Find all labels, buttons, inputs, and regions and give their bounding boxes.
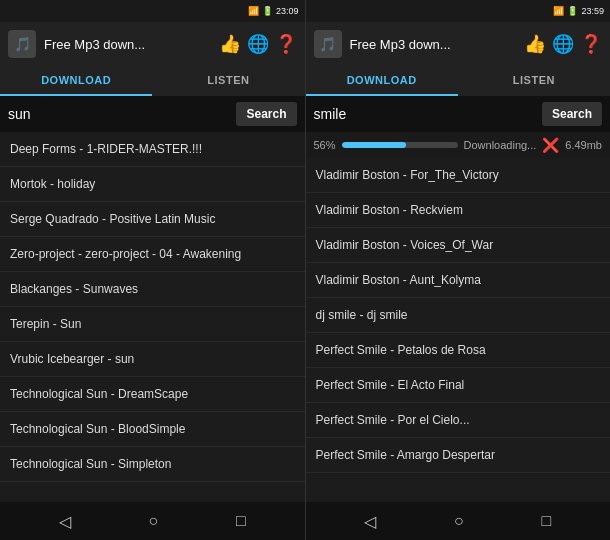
panels-row: 🎵 Free Mp3 down... 👍 🌐 ❓ DOWNLOAD LISTEN… — [0, 22, 610, 502]
cancel-download-button[interactable]: ❌ — [542, 137, 559, 153]
home-button-left[interactable]: ○ — [139, 508, 169, 534]
home-button-right[interactable]: ○ — [444, 508, 474, 534]
panel-right: 🎵 Free Mp3 down... 👍 🌐 ❓ DOWNLOAD LISTEN… — [306, 22, 611, 502]
progress-bar-fill — [342, 142, 407, 148]
list-item[interactable]: Terepin - Sun — [0, 307, 305, 342]
battery-icon-left: 🔋 — [262, 6, 273, 16]
list-item[interactable]: Perfect Smile - Petalos de Rosa — [306, 333, 611, 368]
status-icons-right: 📶 🔋 23:59 — [553, 6, 604, 16]
time-left: 23:09 — [276, 6, 299, 16]
list-item[interactable]: Vladimir Boston - Reckviem — [306, 193, 611, 228]
tab-download-right[interactable]: DOWNLOAD — [306, 66, 458, 96]
music-note-icon-right: 🎵 — [319, 36, 336, 52]
tab-listen-right[interactable]: LISTEN — [458, 66, 610, 96]
back-button-left[interactable]: ◁ — [49, 508, 81, 535]
nav-bar-row: ◁ ○ □ ◁ ○ □ — [0, 502, 610, 540]
signal-icon-left: 📶 — [248, 6, 259, 16]
tab-listen-left[interactable]: LISTEN — [152, 66, 304, 96]
search-bar-left: Search — [0, 96, 305, 132]
header-icons-right: 👍 🌐 ❓ — [524, 33, 602, 55]
progress-percent: 56% — [314, 139, 336, 151]
song-list-right: Vladimir Boston - For_The_Victory Vladim… — [306, 158, 611, 502]
thumbs-up-icon-left[interactable]: 👍 — [219, 33, 241, 55]
app-header-left: 🎵 Free Mp3 down... 👍 🌐 ❓ — [0, 22, 305, 66]
status-bar-left: 📶 🔋 23:09 — [0, 0, 306, 22]
music-note-icon-left: 🎵 — [14, 36, 31, 52]
tabs-left: DOWNLOAD LISTEN — [0, 66, 305, 96]
list-item[interactable]: Serge Quadrado - Positive Latin Music — [0, 202, 305, 237]
search-input-left[interactable] — [8, 106, 230, 122]
list-item[interactable]: Technological Sun - BloodSimple — [0, 412, 305, 447]
filesize-text: 6.49mb — [565, 139, 602, 151]
back-button-right[interactable]: ◁ — [354, 508, 386, 535]
tabs-right: DOWNLOAD LISTEN — [306, 66, 611, 96]
search-input-right[interactable] — [314, 106, 536, 122]
list-item[interactable]: Vladimir Boston - Voices_Of_War — [306, 228, 611, 263]
list-item[interactable]: Zero-project - zero-project - 04 - Awake… — [0, 237, 305, 272]
list-item[interactable]: Vladimir Boston - Aunt_Kolyma — [306, 263, 611, 298]
list-item[interactable]: Technological Sun - DreamScape — [0, 377, 305, 412]
app-icon-left: 🎵 — [8, 30, 36, 58]
nav-bar-left: ◁ ○ □ — [0, 502, 306, 540]
list-item[interactable]: Vladimir Boston - For_The_Victory — [306, 158, 611, 193]
status-bar-row: 📶 🔋 23:09 📶 🔋 23:59 — [0, 0, 610, 22]
nav-bar-right: ◁ ○ □ — [306, 502, 611, 540]
search-bar-right: Search — [306, 96, 611, 132]
list-item[interactable]: dj smile - dj smile — [306, 298, 611, 333]
status-icons-left: 📶 🔋 23:09 — [248, 6, 299, 16]
app-title-left: Free Mp3 down... — [44, 37, 211, 52]
list-item[interactable]: Vrubic Icebearger - sun — [0, 342, 305, 377]
signal-icon-right: 📶 — [553, 6, 564, 16]
globe-icon-right[interactable]: 🌐 — [552, 33, 574, 55]
app-icon-right: 🎵 — [314, 30, 342, 58]
menu-button-right[interactable]: □ — [531, 508, 561, 534]
list-item[interactable]: Technological Sun - Simpleton — [0, 447, 305, 482]
help-icon-left[interactable]: ❓ — [275, 33, 297, 55]
header-icons-left: 👍 🌐 ❓ — [219, 33, 297, 55]
list-item[interactable]: Mortok - holiday — [0, 167, 305, 202]
panel-left: 🎵 Free Mp3 down... 👍 🌐 ❓ DOWNLOAD LISTEN… — [0, 22, 306, 502]
globe-icon-left[interactable]: 🌐 — [247, 33, 269, 55]
app-header-right: 🎵 Free Mp3 down... 👍 🌐 ❓ — [306, 22, 611, 66]
app-title-right: Free Mp3 down... — [350, 37, 517, 52]
download-progress: 56% Downloading... ❌ 6.49mb — [306, 132, 611, 158]
progress-bar-container — [342, 142, 458, 148]
list-item[interactable]: Perfect Smile - El Acto Final — [306, 368, 611, 403]
song-list-left: Deep Forms - 1-RIDER-MASTER.!!! Mortok -… — [0, 132, 305, 502]
tab-download-left[interactable]: DOWNLOAD — [0, 66, 152, 96]
list-item[interactable]: Deep Forms - 1-RIDER-MASTER.!!! — [0, 132, 305, 167]
downloading-label: Downloading... — [464, 139, 537, 151]
search-button-right[interactable]: Search — [542, 102, 602, 126]
help-icon-right[interactable]: ❓ — [580, 33, 602, 55]
time-right: 23:59 — [581, 6, 604, 16]
menu-button-left[interactable]: □ — [226, 508, 256, 534]
search-button-left[interactable]: Search — [236, 102, 296, 126]
list-item[interactable]: Perfect Smile - Amargo Despertar — [306, 438, 611, 473]
list-item[interactable]: Blackanges - Sunwaves — [0, 272, 305, 307]
battery-icon-right: 🔋 — [567, 6, 578, 16]
status-bar-right: 📶 🔋 23:59 — [306, 0, 611, 22]
list-item[interactable]: Perfect Smile - Por el Cielo... — [306, 403, 611, 438]
thumbs-up-icon-right[interactable]: 👍 — [524, 33, 546, 55]
